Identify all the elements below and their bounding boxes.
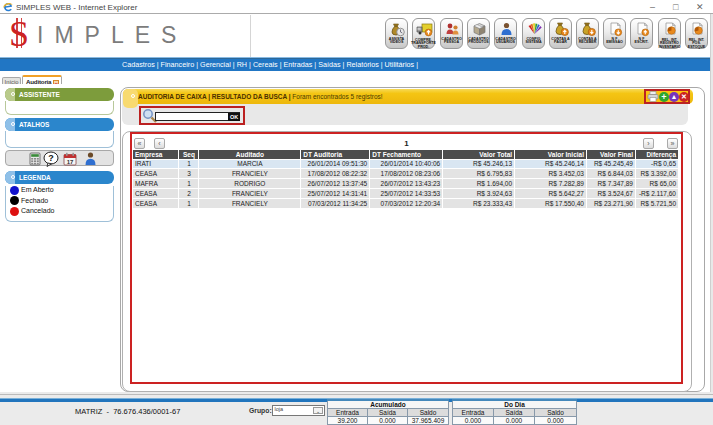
svg-text:?: ? — [48, 153, 54, 163]
svg-text:17: 17 — [67, 159, 74, 165]
